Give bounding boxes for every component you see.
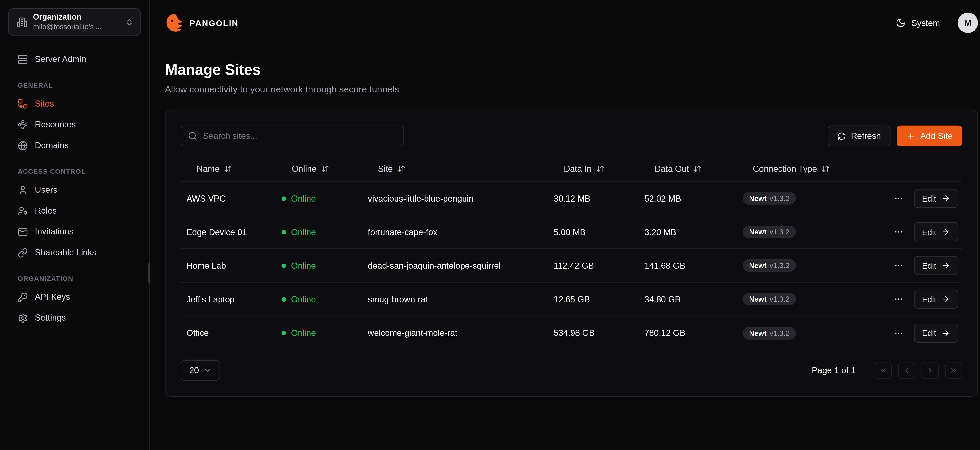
column-label: Data Out [655,164,689,174]
column-header-connection-type[interactable]: Connection Type [737,164,883,174]
data-in-cell: 534.98 GB [548,328,639,338]
prev-page-button[interactable] [898,362,915,379]
ellipsis-icon [893,227,904,237]
online-status-label: Online [291,328,316,338]
column-header-site[interactable]: Site [362,164,548,174]
column-header-online[interactable]: Online [276,164,362,174]
nav-section-organization: ORGANIZATION [18,274,149,282]
brand[interactable]: PANGOLIN [165,13,239,32]
row-actions-cell: Edit [883,256,962,275]
row-more-button[interactable] [891,258,906,273]
sidebar-item-invitations[interactable]: Invitations [0,221,149,242]
row-more-button[interactable] [891,292,906,307]
row-edit-button[interactable]: Edit [914,290,958,309]
first-page-button[interactable] [875,362,892,379]
search-sites-input[interactable] [181,125,404,146]
refresh-icon [837,132,846,140]
avatar[interactable]: M [958,13,978,33]
column-label: Connection Type [753,164,817,174]
sort-icon [321,165,329,173]
users-icon [18,185,28,195]
column-label: Data In [564,164,592,174]
sidebar-item-server-admin[interactable]: Server Admin [0,49,149,70]
building-icon [16,17,27,28]
sidebar-item-label: Settings [35,313,66,323]
row-more-button[interactable] [891,191,906,206]
sidebar-item-label: Shareable Links [35,248,96,257]
row-edit-button[interactable]: Edit [914,256,958,275]
online-status-label: Online [291,227,316,237]
row-more-button[interactable] [891,325,906,341]
arrow-right-icon [941,261,950,270]
connection-type-name: Newt [749,195,767,202]
page-size-select[interactable]: 20 [181,360,220,381]
sites-toolbar: Refresh Add Site [181,125,962,146]
sidebar-item-roles[interactable]: Roles [0,200,149,221]
column-header-data-in[interactable]: Data In [548,164,639,174]
sidebar-item-api-keys[interactable]: API Keys [0,287,149,307]
column-header-data-out[interactable]: Data Out [639,164,737,174]
ellipsis-icon [893,193,904,203]
online-status-cell: Online [276,328,362,338]
connection-type-badge: Newt v1.3.2 [743,293,796,306]
waypoints-icon [18,119,28,130]
edit-label: Edit [922,194,936,203]
column-header-name[interactable]: Name [181,164,276,174]
chevrons-left-icon [879,366,887,374]
sidebar-item-sites[interactable]: Sites [0,93,149,114]
edit-label: Edit [922,294,936,304]
sidebar: Organization milo@fossorial.io's ... Ser… [0,0,150,450]
refresh-button[interactable]: Refresh [827,125,891,146]
page-info: Page 1 of 1 [812,366,856,375]
row-more-button[interactable] [891,224,906,240]
sort-icon [821,165,830,173]
row-actions-cell: Edit [883,189,962,208]
theme-toggle-button[interactable]: System [892,17,944,29]
online-status-cell: Online [276,261,362,271]
online-dot-icon [282,196,286,201]
arrow-right-icon [941,295,950,304]
last-page-button[interactable] [945,362,962,379]
online-dot-icon [282,263,286,268]
org-selector-value: milo@fossorial.io's ... [33,23,119,32]
sidebar-item-users[interactable]: Users [0,179,149,200]
sidebar-item-domains[interactable]: Domains [0,135,149,156]
table-row: Home Lab Online dead-san-joaquin-antelop… [181,249,962,283]
online-dot-icon [282,297,286,301]
sort-icon [596,165,604,173]
row-actions-cell: Edit [883,323,962,342]
page-title: Manage Sites [165,61,978,79]
sidebar-item-shareable-links[interactable]: Shareable Links [0,242,149,263]
site-name-cell: Jeff's Laptop [181,294,276,304]
row-edit-button[interactable]: Edit [914,323,958,342]
sidebar-item-label: Sites [35,99,54,108]
add-site-button[interactable]: Add Site [897,125,962,146]
ellipsis-icon [893,260,904,271]
sites-table-body: AWS VPC Online vivacious-little-blue-pen… [181,182,962,350]
chevron-right-icon [926,366,934,374]
globe-icon [18,140,28,151]
next-page-button[interactable] [921,362,939,379]
pagination: Page 1 of 1 [812,362,962,379]
sites-table: Name Online Site Data In [181,157,962,350]
site-name-cell: AWS VPC [181,194,276,203]
data-out-cell: 141.68 GB [639,261,737,271]
row-edit-button[interactable]: Edit [914,222,958,241]
data-in-cell: 5.00 MB [548,227,639,237]
row-edit-button[interactable]: Edit [914,189,958,208]
site-name-cell: Office [181,328,276,338]
chevron-left-icon [902,366,911,374]
connection-type-name: Newt [749,329,767,337]
sidebar-scrollbar-thumb[interactable] [148,263,150,284]
sidebar-item-settings[interactable]: Settings [0,307,149,328]
connection-type-name: Newt [749,295,767,303]
table-row: Edge Device 01 Online fortunate-cape-fox… [181,215,962,249]
sidebar-item-resources[interactable]: Resources [0,114,149,135]
connection-type-badge: Newt v1.3.2 [743,259,796,272]
table-row: AWS VPC Online vivacious-little-blue-pen… [181,182,962,215]
connection-type-cell: Newt v1.3.2 [737,226,883,238]
org-selector[interactable]: Organization milo@fossorial.io's ... [8,8,141,36]
sidebar-item-label: API Keys [35,292,70,302]
brand-name: PANGOLIN [190,18,239,28]
edit-label: Edit [922,328,936,338]
